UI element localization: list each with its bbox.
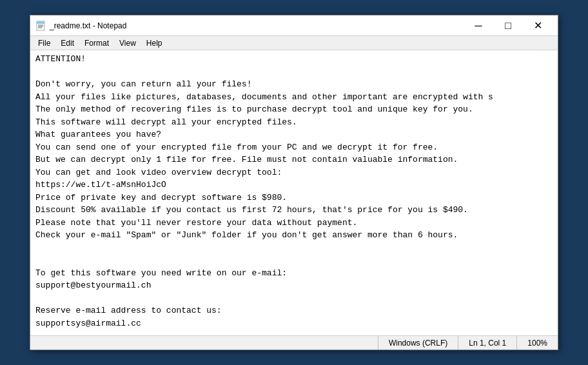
menu-format[interactable]: Format <box>79 37 114 49</box>
menu-file[interactable]: File <box>33 37 55 49</box>
menu-help[interactable]: Help <box>141 37 168 49</box>
menu-view[interactable]: View <box>114 37 141 49</box>
text-editor[interactable]: ATTENTION! Don't worry, you can return a… <box>30 50 558 335</box>
notepad-window: _readme.txt - Notepad ─ □ ✕ File Edit Fo… <box>30 15 558 350</box>
status-spacer <box>30 336 378 350</box>
status-zoom: 100% <box>517 336 558 350</box>
app-icon <box>35 21 46 31</box>
status-position: Ln 1, Col 1 <box>458 336 517 350</box>
content-wrapper: ATTENTION! Don't worry, you can return a… <box>30 50 558 335</box>
window-title: _readme.txt - Notepad <box>50 21 464 30</box>
status-encoding: Windows (CRLF) <box>378 336 458 350</box>
svg-rect-1 <box>37 21 44 24</box>
window-controls: ─ □ ✕ <box>464 15 553 36</box>
title-bar: _readme.txt - Notepad ─ □ ✕ <box>30 15 558 36</box>
status-bar: Windows (CRLF) Ln 1, Col 1 100% <box>30 335 558 350</box>
maximize-button[interactable]: □ <box>493 15 523 36</box>
menu-bar: File Edit Format View Help <box>30 36 558 50</box>
close-button[interactable]: ✕ <box>523 15 553 36</box>
menu-edit[interactable]: Edit <box>55 37 79 49</box>
minimize-button[interactable]: ─ <box>464 15 493 36</box>
